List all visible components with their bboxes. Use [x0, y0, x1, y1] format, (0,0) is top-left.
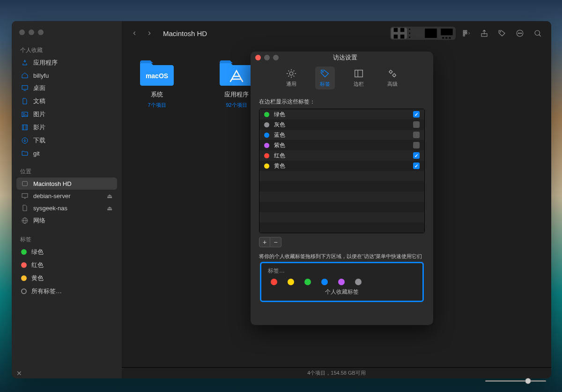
favorite-tag-dot[interactable]	[321, 279, 328, 285]
remove-tag-button[interactable]: −	[270, 237, 281, 247]
svg-line-43	[539, 35, 541, 37]
favorite-tag-dot[interactable]	[338, 279, 345, 285]
tag-dot-icon	[264, 122, 269, 127]
view-mode-control	[390, 27, 456, 40]
sidebar-item-label: sysgeek-nas	[33, 205, 67, 212]
pref-tab-tags[interactable]: 标签	[315, 67, 335, 89]
pref-tag-row[interactable]: 紫色	[259, 140, 424, 150]
pref-tab-general[interactable]: 通用	[281, 67, 301, 89]
pref-tag-row[interactable]: 红色	[259, 150, 424, 161]
favorite-tag-dot[interactable]	[304, 279, 311, 285]
share-button[interactable]	[477, 27, 491, 39]
sidebar-item-label: 应用程序	[33, 59, 58, 67]
icon-view-button[interactable]	[391, 28, 407, 39]
sidebar: 个人收藏 应用程序 billyfu 桌面 文稿 图片 影片 下载 git 位置	[12, 21, 122, 378]
svg-point-42	[535, 30, 540, 36]
svg-rect-14	[394, 28, 398, 32]
locations-header: 位置	[16, 165, 117, 178]
folder-subtitle: 92个项目	[226, 102, 247, 109]
sidebar-location-hd[interactable]: Macintosh HD	[16, 178, 117, 190]
sidebar-item-label: 文稿	[33, 97, 45, 105]
arrow-down-icon	[21, 137, 29, 144]
sidebar-item-apps[interactable]: 应用程序	[16, 56, 117, 69]
pref-tag-row-empty	[259, 192, 424, 202]
sidebar-item-desktop[interactable]: 桌面	[16, 81, 117, 95]
folder-item[interactable]: macOS 系统 7个项目	[131, 58, 183, 109]
back-button[interactable]	[128, 27, 140, 39]
svg-rect-28	[442, 37, 444, 39]
svg-rect-17	[400, 35, 405, 39]
folder-icon: macOS	[138, 58, 176, 88]
eject-icon[interactable]: ⏏	[107, 205, 112, 212]
folder-icon	[21, 149, 29, 157]
minimize-button[interactable]	[29, 30, 34, 35]
pref-close-button[interactable]	[255, 55, 261, 60]
pref-tag-row-empty	[259, 181, 424, 192]
tag-checkbox[interactable]	[413, 152, 420, 159]
sidebar-item-git[interactable]: git	[16, 147, 117, 159]
eject-icon[interactable]: ⏏	[107, 192, 112, 200]
pref-tag-row[interactable]: 绿色	[259, 109, 424, 119]
pref-tag-label: 蓝色	[274, 131, 285, 139]
forward-button[interactable]	[143, 27, 155, 39]
favorite-tag-dot[interactable]	[355, 279, 362, 285]
sidebar-item-docs[interactable]: 文稿	[16, 95, 117, 108]
tag-dot-icon	[264, 112, 269, 117]
sidebar-item-dl[interactable]: 下载	[16, 134, 117, 147]
sidebar-item-pics[interactable]: 图片	[16, 108, 117, 121]
tag-list: 绿色 灰色 蓝色 紫色 红色 黄色	[259, 109, 425, 233]
pref-tab-sidebar[interactable]: 边栏	[349, 67, 369, 89]
sidebar-tag[interactable]: 红色	[16, 259, 117, 272]
svg-rect-16	[394, 35, 398, 39]
list-view-button[interactable]	[407, 28, 423, 39]
sidebar-location-deb[interactable]: debian-server ⏏	[16, 190, 117, 202]
icon-size-slider[interactable]	[485, 377, 546, 385]
close-path-bar[interactable]: ✕	[16, 370, 22, 377]
window-title: Macintosh HD	[163, 30, 207, 37]
sidebar-location-net[interactable]: 网络	[16, 214, 117, 227]
pref-tag-row[interactable]: 蓝色	[259, 130, 424, 140]
all-tags-label: 所有标签…	[31, 287, 62, 296]
column-view-button[interactable]	[423, 28, 439, 39]
add-remove-control: + −	[259, 237, 425, 247]
tag-checkbox[interactable]	[413, 142, 420, 148]
tag-checkbox[interactable]	[413, 132, 420, 138]
doc-icon	[21, 97, 29, 105]
close-button[interactable]	[19, 30, 25, 35]
tag-checkbox[interactable]	[413, 121, 420, 128]
favorite-tag-dot[interactable]	[288, 279, 294, 285]
pref-tag-label: 紫色	[274, 141, 285, 149]
pref-tag-row[interactable]: 灰色	[259, 119, 424, 130]
tag-button[interactable]	[495, 27, 509, 39]
favorites-tag-box[interactable]: 标签… 个人收藏标签	[260, 262, 424, 302]
pref-tag-row[interactable]: 黄色	[259, 161, 424, 171]
sidebar-tag[interactable]: 黄色	[16, 272, 117, 285]
pref-tab-label: 标签	[320, 81, 330, 88]
pref-tab-advanced[interactable]: 高级	[383, 67, 402, 89]
add-tag-button[interactable]: +	[259, 237, 270, 247]
tag-checkbox[interactable]	[413, 163, 420, 169]
slider-knob[interactable]	[525, 378, 531, 384]
sidebar-location-nas[interactable]: sysgeek-nas ⏏	[16, 202, 117, 214]
search-button[interactable]	[531, 27, 545, 39]
svg-point-21	[409, 29, 410, 30]
svg-rect-31	[463, 30, 465, 32]
sidebar-item-home[interactable]: billyfu	[16, 69, 117, 81]
sidebar-all-tags[interactable]: 所有标签…	[16, 285, 117, 298]
tag-dot-icon	[21, 262, 27, 268]
action-button[interactable]	[513, 27, 527, 39]
group-by-button[interactable]	[459, 27, 473, 39]
sidebar-tag[interactable]: 绿色	[16, 245, 117, 259]
sidebar-tag-label: 黄色	[31, 274, 44, 282]
folder-name: 应用程序	[224, 90, 249, 99]
zoom-button[interactable]	[38, 30, 44, 35]
gallery-view-button[interactable]	[439, 28, 455, 39]
sidebar-item-movies[interactable]: 影片	[16, 121, 117, 134]
favorite-tag-dots	[268, 279, 416, 285]
pref-tab-label: 通用	[286, 81, 296, 88]
pref-tag-label: 绿色	[274, 111, 285, 118]
tag-dot-icon	[264, 133, 269, 138]
tag-checkbox[interactable]	[413, 111, 420, 118]
drag-hint: 将你的个人收藏标签拖移到下方区域，以便在“访达”菜单中快速使用它们	[259, 253, 425, 260]
favorite-tag-dot[interactable]	[271, 279, 277, 285]
